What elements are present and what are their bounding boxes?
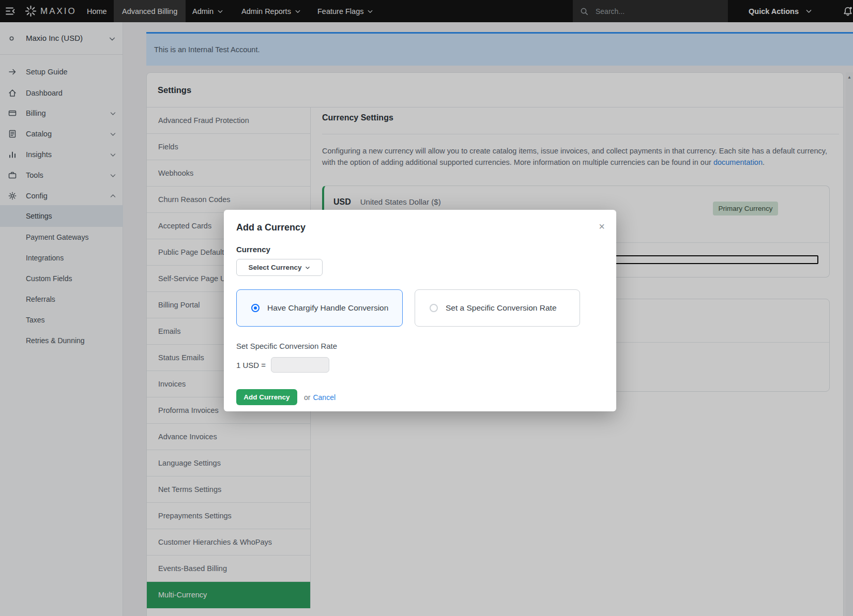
add-currency-button[interactable]: Add Currency: [236, 389, 297, 405]
radio-unselected-icon: [430, 304, 438, 312]
add-currency-modal: Add a Currency × Currency Select Currenc…: [224, 210, 616, 411]
option-handle-conversion[interactable]: Have Chargify Handle Conversion: [236, 289, 403, 327]
select-currency-dropdown[interactable]: Select Currency: [236, 259, 323, 276]
chevron-down-icon: [305, 265, 310, 270]
rate-prefix: 1 USD =: [236, 361, 266, 369]
option-specific-rate[interactable]: Set a Specific Conversion Rate: [415, 289, 580, 327]
conversion-rate-input[interactable]: [271, 357, 329, 373]
close-icon[interactable]: ×: [599, 221, 605, 232]
currency-field-label: Currency: [236, 245, 604, 254]
modal-title: Add a Currency: [236, 222, 604, 233]
rate-section-label: Set Specific Conversion Rate: [236, 342, 604, 350]
conversion-options: Have Chargify Handle Conversion Set a Sp…: [236, 289, 604, 327]
rate-row: 1 USD =: [236, 357, 604, 373]
cancel-link[interactable]: Cancel: [313, 393, 336, 402]
radio-selected-icon: [251, 304, 260, 312]
modal-actions: Add Currency or Cancel: [236, 389, 604, 405]
or-text: or: [304, 393, 310, 402]
